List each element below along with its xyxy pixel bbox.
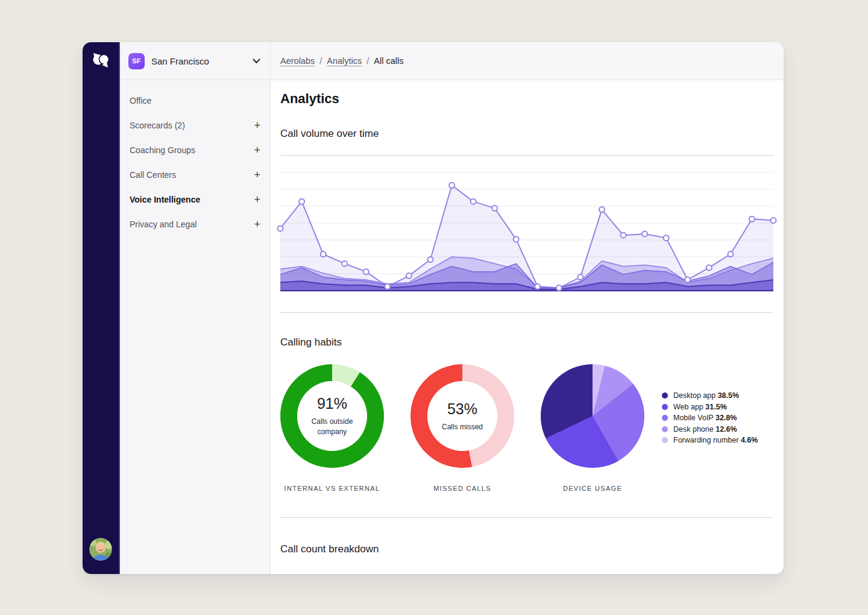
- breadcrumb-separator: /: [319, 56, 322, 66]
- sidebar-item-scorecards[interactable]: Scorecards (2) +: [120, 113, 270, 137]
- donut-center-label: Calls outside company: [303, 417, 361, 437]
- legend-item-mobile-voip: Mobile VoIP 32.8%: [662, 412, 758, 424]
- app-rail: [83, 42, 120, 574]
- device-usage-legend: Desktop app 38.5% Web app 31.5% Mobile V…: [662, 390, 758, 446]
- section-divider: [280, 312, 773, 313]
- donut-center-label: Calls missed: [433, 422, 491, 432]
- plus-icon[interactable]: +: [254, 120, 260, 131]
- breadcrumb-separator: /: [366, 56, 369, 66]
- sidebar-item-voice-intelligence[interactable]: Voice Intelligence +: [120, 187, 270, 212]
- donut-center-value: 53%: [447, 400, 477, 418]
- chevron-down-icon: [253, 55, 260, 66]
- user-avatar[interactable]: [89, 538, 112, 561]
- analytics-content: Analytics Call volume over time Calling …: [271, 80, 784, 574]
- breadcrumb-analytics[interactable]: Analytics: [327, 56, 362, 66]
- plus-icon[interactable]: +: [254, 145, 260, 156]
- plus-icon[interactable]: +: [254, 219, 260, 230]
- sidebar: SF San Francisco Office Scorecards (2) +…: [120, 42, 271, 574]
- donut-ring: 91% Calls outside company: [280, 364, 384, 468]
- legend-item-forwarding-number: Forwarding number 4.6%: [662, 435, 758, 446]
- workspace-badge: SF: [128, 53, 145, 69]
- app-window: SF San Francisco Office Scorecards (2) +…: [83, 42, 784, 574]
- section-divider: [280, 517, 773, 518]
- breadcrumb: Aerolabs / Analytics / All calls: [271, 42, 784, 80]
- missed-calls-caption: MISSED CALLS: [410, 485, 514, 492]
- workspace-switcher[interactable]: SF San Francisco: [120, 42, 270, 80]
- donut-center-value: 91%: [317, 395, 347, 412]
- call-volume-chart: [280, 154, 773, 292]
- legend-dot: [662, 393, 668, 399]
- legend-item-desk-phone: Desk phone 12.6%: [662, 424, 758, 435]
- page-title: Analytics: [280, 91, 339, 107]
- dialpad-logo-icon: [90, 52, 111, 71]
- missed-calls-donut-chart: 53% Calls missed: [410, 364, 514, 468]
- call-volume-section-title: Call volume over time: [280, 128, 379, 140]
- device-usage-pie-chart: [541, 364, 644, 468]
- donut-ring: 53% Calls missed: [410, 364, 514, 468]
- sidebar-item-call-centers[interactable]: Call Centers +: [120, 162, 270, 187]
- breadcrumb-aerolabs[interactable]: Aerolabs: [280, 56, 315, 66]
- sidebar-nav: Office Scorecards (2) + Coaching Groups …: [120, 80, 270, 236]
- legend-item-desktop-app: Desktop app 38.5%: [662, 390, 758, 402]
- legend-item-web-app: Web app 31.5%: [662, 402, 758, 413]
- plus-icon[interactable]: +: [254, 194, 260, 205]
- sidebar-item-privacy-legal[interactable]: Privacy and Legal +: [120, 212, 270, 236]
- legend-dot: [662, 404, 668, 410]
- plus-icon[interactable]: +: [254, 169, 260, 180]
- internal-external-caption: INTERNAL VS EXTERNAL: [280, 485, 384, 492]
- donut-center: 91% Calls outside company: [297, 381, 367, 451]
- breadcrumb-all-calls: All calls: [374, 56, 403, 66]
- call-count-section-title: Call count breakdown: [280, 543, 379, 555]
- pie-circle: [541, 364, 644, 468]
- sidebar-item-office[interactable]: Office: [120, 88, 270, 113]
- internal-external-donut-chart: 91% Calls outside company: [280, 364, 384, 468]
- legend-dot: [662, 437, 668, 443]
- legend-dot: [662, 426, 668, 432]
- donut-center: 53% Calls missed: [427, 381, 497, 451]
- sidebar-item-coaching-groups[interactable]: Coaching Groups +: [120, 137, 270, 162]
- device-usage-caption: DEVICE USAGE: [541, 485, 644, 492]
- calling-habits-section-title: Calling habits: [280, 336, 342, 348]
- legend-dot: [662, 415, 668, 421]
- workspace-name: San Francisco: [151, 56, 253, 66]
- main-panel: Aerolabs / Analytics / All calls Analyti…: [271, 42, 784, 574]
